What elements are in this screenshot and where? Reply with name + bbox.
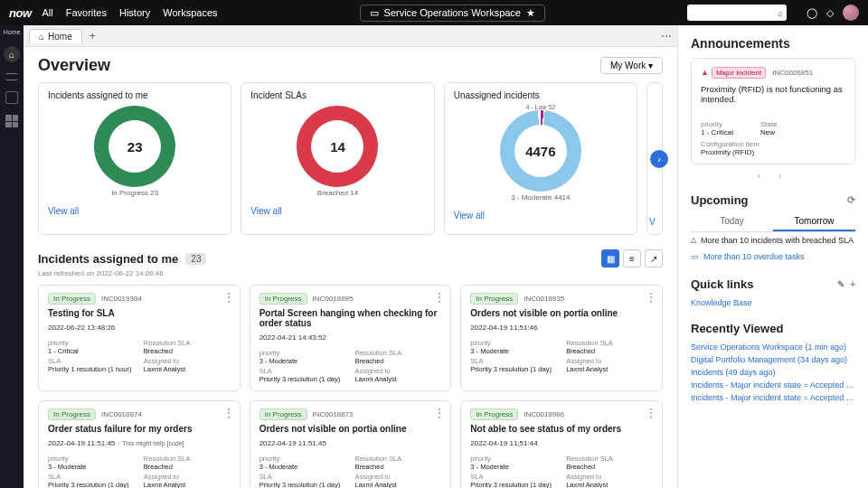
window-icon: ▭ xyxy=(370,7,379,19)
view-grid-button[interactable]: ▦ xyxy=(601,249,619,267)
avatar[interactable] xyxy=(843,5,859,21)
view-list-button[interactable]: ≡ xyxy=(623,249,641,267)
upcoming-item: △More than 10 incidents with breached SL… xyxy=(691,232,855,249)
kebab-icon[interactable]: ⋮ xyxy=(223,407,234,419)
incident-title: Portal Screen hanging when checking for … xyxy=(259,308,442,328)
state-badge: In Progress xyxy=(470,293,518,305)
open-external-button[interactable]: ↗ xyxy=(645,249,663,267)
count-badge: 23 xyxy=(185,253,206,265)
top-bar: now All Favorites History Workspaces ▭ S… xyxy=(0,0,868,25)
upcoming-item-link[interactable]: ▭More than 10 overdue tasks xyxy=(691,249,855,265)
incident-card[interactable]: In ProgressINC0018874⋮Order status failu… xyxy=(38,400,241,488)
incident-title: Orders not visible on portia online xyxy=(470,308,653,318)
add-icon[interactable]: + xyxy=(850,279,855,289)
nav-favorites[interactable]: Favorites xyxy=(66,7,107,18)
mywork-dropdown[interactable]: My Work ▾ xyxy=(600,57,663,74)
incident-title: Order status failure for my orders xyxy=(48,424,231,434)
tab-tomorrow[interactable]: Tomorrow xyxy=(773,212,855,231)
kebab-icon[interactable]: ⋮ xyxy=(646,291,656,304)
recent-item[interactable]: Incidents - Major incident state = Accep… xyxy=(691,391,855,404)
page-title: Overview xyxy=(38,56,110,75)
recent-item[interactable]: Incidents - Major incident state = Accep… xyxy=(691,379,855,391)
tab-home[interactable]: ⌂ Home xyxy=(29,29,82,43)
incident-number: INC0018895 xyxy=(313,295,354,303)
nav-workspaces[interactable]: Workspaces xyxy=(163,7,217,18)
edit-icon[interactable]: ✎ xyxy=(837,279,844,289)
star-icon[interactable]: ★ xyxy=(526,7,535,19)
announcement-card[interactable]: ▲ Major Incident INC0026851 Proximity (R… xyxy=(691,58,855,164)
viewall-link[interactable]: View all xyxy=(250,206,281,216)
warning-icon: △ xyxy=(691,236,696,244)
help-icon[interactable]: ◯ xyxy=(807,7,817,19)
incident-timestamp: 2022-06-22 13:48:26 xyxy=(48,324,231,332)
incident-timestamp: 2022-04-19 11:51:46 xyxy=(470,324,653,332)
workspace-selector[interactable]: ▭ Service Operations Workspace ★ xyxy=(360,5,545,22)
home-icon: ⌂ xyxy=(39,32,44,42)
left-rail: Home ⌂ xyxy=(0,25,24,488)
state-badge: In Progress xyxy=(259,293,307,305)
tab-today[interactable]: Today xyxy=(691,212,773,231)
recent-item[interactable]: Digital Portfolio Management (34 days ag… xyxy=(691,353,855,366)
rail-inbox-icon[interactable] xyxy=(5,91,18,104)
incident-card[interactable]: In ProgressINC0019304⋮Testing for SLA202… xyxy=(38,285,241,391)
viewall-link[interactable]: View all xyxy=(454,211,485,221)
top-nav: All Favorites History Workspaces xyxy=(42,7,218,18)
cards-next-arrow[interactable]: › xyxy=(650,150,668,168)
kebab-icon[interactable]: ⋮ xyxy=(434,291,445,304)
incident-number: INC0019304 xyxy=(101,295,142,303)
rail-home-label: Home xyxy=(4,29,21,35)
refresh-icon[interactable]: ⟳ xyxy=(847,194,855,206)
incident-timestamp: 2022-04-19 11:51:45 xyxy=(259,439,442,447)
recent-item[interactable]: Service Operations Workspace (1 min ago) xyxy=(691,341,855,353)
quicklink-item[interactable]: Knowledge Base xyxy=(691,296,855,309)
rail-home-icon[interactable]: ⌂ xyxy=(4,46,20,62)
incident-card[interactable]: In ProgressINC0018966⋮Not able to see st… xyxy=(460,400,663,488)
incident-timestamp: 2022-04-19 11:51:44 xyxy=(470,439,653,447)
incident-card[interactable]: In ProgressINC0018895⋮Portal Screen hang… xyxy=(250,285,452,391)
last-refreshed: Last refreshed on 2022-06-22 14:06:48 xyxy=(38,269,663,277)
announcement-text: Proximity (RFID) is not functioning as i… xyxy=(701,84,845,104)
announcements-title: Announcements xyxy=(691,36,855,51)
incident-card[interactable]: In ProgressINC0018873⋮Orders not visible… xyxy=(250,400,452,488)
state-badge: In Progress xyxy=(48,408,96,420)
incident-timestamp: 2022-04-19 11:51:45· This might help [co… xyxy=(48,439,231,447)
kebab-icon[interactable]: ⋮ xyxy=(434,407,445,419)
viewall-link[interactable]: View all xyxy=(48,206,79,216)
rail-list-icon[interactable] xyxy=(5,73,18,80)
incident-number: INC0018966 xyxy=(524,410,564,418)
card-unassigned[interactable]: Unassigned incidents 4 - Low 52 4476 3 -… xyxy=(444,82,637,235)
card-assigned-to-me[interactable]: Incidents assigned to me 23 In Progress … xyxy=(38,82,231,235)
state-badge: In Progress xyxy=(470,408,518,420)
tab-overflow-icon[interactable]: ⋯ xyxy=(661,30,672,42)
announcement-number: INC0026851 xyxy=(772,69,813,77)
nav-history[interactable]: History xyxy=(119,7,150,18)
card-incident-slas[interactable]: Incident SLAs 14 Breached 14 View all xyxy=(241,82,434,235)
incident-number: INC0018935 xyxy=(524,295,564,303)
state-badge: In Progress xyxy=(48,293,96,305)
search-icon: ⌕ xyxy=(778,8,783,18)
major-incident-badge: Major Incident xyxy=(712,67,766,79)
overview-cards: Incidents assigned to me 23 In Progress … xyxy=(38,82,663,235)
kebab-icon[interactable]: ⋮ xyxy=(223,291,234,304)
incident-title: Orders not visible on portia online xyxy=(259,424,442,434)
tab-add-button[interactable]: + xyxy=(90,30,96,42)
incident-title: Not able to see status of my orders xyxy=(470,424,653,434)
nav-all[interactable]: All xyxy=(42,7,53,18)
incident-title: Testing for SLA xyxy=(48,308,231,318)
section-title: Incidents assigned to me xyxy=(38,252,178,266)
kebab-icon[interactable]: ⋮ xyxy=(646,407,656,419)
recent-item[interactable]: Incidents (49 days ago) xyxy=(691,366,855,379)
notification-icon[interactable]: ◇ xyxy=(826,7,834,19)
recently-viewed-title: Recently Viewed xyxy=(691,322,855,335)
upcoming-title: Upcoming xyxy=(691,193,749,207)
incident-card[interactable]: In ProgressINC0018935⋮Orders not visible… xyxy=(460,285,663,391)
doc-icon: ▭ xyxy=(691,252,699,261)
global-search[interactable]: ⌕ xyxy=(687,5,787,21)
rail-grid-icon[interactable] xyxy=(5,115,18,127)
tab-bar: ⌂ Home + ⋯ xyxy=(24,25,677,47)
logo: now xyxy=(9,6,32,20)
incident-number: INC0018873 xyxy=(313,410,354,418)
alert-icon: ▲ xyxy=(701,68,709,77)
announcement-pager[interactable]: ‹ › xyxy=(691,170,855,181)
upcoming-tabs: Today Tomorrow xyxy=(691,212,855,232)
